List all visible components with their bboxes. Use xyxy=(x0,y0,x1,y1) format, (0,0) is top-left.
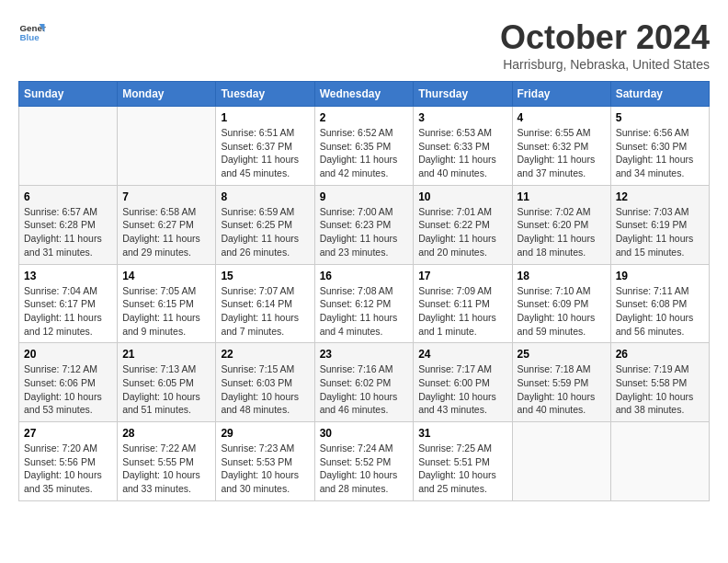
calendar-cell: 20Sunrise: 7:12 AMSunset: 6:06 PMDayligh… xyxy=(19,343,118,422)
day-info: Sunrise: 7:25 AMSunset: 5:51 PMDaylight:… xyxy=(418,442,506,496)
day-number: 15 xyxy=(221,270,309,282)
day-number: 16 xyxy=(320,270,409,282)
calendar-cell: 19Sunrise: 7:11 AMSunset: 6:08 PMDayligh… xyxy=(610,264,709,343)
day-number: 7 xyxy=(122,190,210,203)
calendar-cell: 7Sunrise: 6:58 AMSunset: 6:27 PMDaylight… xyxy=(118,185,216,264)
calendar-table: SundayMondayTuesdayWednesdayThursdayFrid… xyxy=(18,81,710,501)
calendar-cell: 6Sunrise: 6:57 AMSunset: 6:28 PMDaylight… xyxy=(19,185,118,264)
day-number: 27 xyxy=(24,427,112,440)
day-number: 24 xyxy=(418,348,506,361)
calendar-cell: 27Sunrise: 7:20 AMSunset: 5:56 PMDayligh… xyxy=(19,422,118,501)
day-number: 21 xyxy=(122,348,210,361)
calendar-cell: 11Sunrise: 7:02 AMSunset: 6:20 PMDayligh… xyxy=(512,185,610,264)
day-number: 23 xyxy=(320,348,409,361)
calendar-cell: 3Sunrise: 6:53 AMSunset: 6:33 PMDaylight… xyxy=(414,107,512,186)
day-info: Sunrise: 7:23 AMSunset: 5:53 PMDaylight:… xyxy=(221,442,309,496)
calendar-cell: 28Sunrise: 7:22 AMSunset: 5:55 PMDayligh… xyxy=(118,422,216,501)
calendar-cell: 5Sunrise: 6:56 AMSunset: 6:30 PMDaylight… xyxy=(610,107,709,186)
day-info: Sunrise: 7:18 AMSunset: 5:59 PMDaylight:… xyxy=(518,362,606,417)
calendar-cell: 4Sunrise: 6:55 AMSunset: 6:32 PMDaylight… xyxy=(512,107,610,186)
weekday-header: Thursday xyxy=(414,82,512,107)
weekday-header: Sunday xyxy=(19,82,118,107)
day-number: 29 xyxy=(221,427,309,440)
weekday-header: Friday xyxy=(512,82,610,107)
page-header: General Blue October 2024 Harrisburg, Ne… xyxy=(18,18,710,72)
calendar-week-row: 6Sunrise: 6:57 AMSunset: 6:28 PMDaylight… xyxy=(19,185,710,264)
day-number: 13 xyxy=(24,270,112,282)
day-number: 8 xyxy=(221,190,309,203)
day-info: Sunrise: 6:51 AMSunset: 6:37 PMDaylight:… xyxy=(221,126,309,180)
day-number: 2 xyxy=(320,111,409,124)
calendar-cell: 12Sunrise: 7:03 AMSunset: 6:19 PMDayligh… xyxy=(610,185,709,264)
calendar-cell xyxy=(610,422,709,501)
location: Harrisburg, Nebraska, United States xyxy=(500,57,710,72)
calendar-cell: 22Sunrise: 7:15 AMSunset: 6:03 PMDayligh… xyxy=(216,343,314,422)
calendar-cell: 14Sunrise: 7:05 AMSunset: 6:15 PMDayligh… xyxy=(118,264,216,343)
weekday-header: Wednesday xyxy=(314,82,414,107)
day-info: Sunrise: 7:05 AMSunset: 6:15 PMDaylight:… xyxy=(122,284,210,339)
day-number: 1 xyxy=(221,111,309,124)
weekday-header-row: SundayMondayTuesdayWednesdayThursdayFrid… xyxy=(19,82,710,107)
day-number: 18 xyxy=(518,270,606,282)
day-number: 14 xyxy=(122,270,210,282)
weekday-header: Saturday xyxy=(610,82,709,107)
weekday-header: Monday xyxy=(118,82,216,107)
day-number: 11 xyxy=(518,190,606,203)
calendar-cell: 18Sunrise: 7:10 AMSunset: 6:09 PMDayligh… xyxy=(512,264,610,343)
day-info: Sunrise: 7:00 AMSunset: 6:23 PMDaylight:… xyxy=(320,205,409,259)
calendar-week-row: 13Sunrise: 7:04 AMSunset: 6:17 PMDayligh… xyxy=(19,264,710,343)
day-info: Sunrise: 7:12 AMSunset: 6:06 PMDaylight:… xyxy=(24,362,112,417)
day-info: Sunrise: 7:15 AMSunset: 6:03 PMDaylight:… xyxy=(221,362,309,417)
calendar-cell xyxy=(512,422,610,501)
day-info: Sunrise: 7:17 AMSunset: 6:00 PMDaylight:… xyxy=(418,362,506,417)
calendar-cell: 13Sunrise: 7:04 AMSunset: 6:17 PMDayligh… xyxy=(19,264,118,343)
calendar-cell: 8Sunrise: 6:59 AMSunset: 6:25 PMDaylight… xyxy=(216,185,314,264)
day-info: Sunrise: 6:58 AMSunset: 6:27 PMDaylight:… xyxy=(122,205,210,259)
day-number: 17 xyxy=(418,270,506,282)
title-block: October 2024 Harrisburg, Nebraska, Unite… xyxy=(500,18,710,72)
calendar-cell: 2Sunrise: 6:52 AMSunset: 6:35 PMDaylight… xyxy=(314,107,414,186)
day-number: 19 xyxy=(616,270,704,282)
day-number: 10 xyxy=(418,190,506,203)
calendar-cell: 31Sunrise: 7:25 AMSunset: 5:51 PMDayligh… xyxy=(414,422,512,501)
day-number: 5 xyxy=(616,111,704,124)
day-info: Sunrise: 7:03 AMSunset: 6:19 PMDaylight:… xyxy=(616,205,704,259)
day-info: Sunrise: 7:07 AMSunset: 6:14 PMDaylight:… xyxy=(221,284,309,339)
day-number: 9 xyxy=(320,190,409,203)
calendar-cell: 26Sunrise: 7:19 AMSunset: 5:58 PMDayligh… xyxy=(610,343,709,422)
calendar-cell xyxy=(19,107,118,186)
weekday-header: Tuesday xyxy=(216,82,314,107)
logo: General Blue xyxy=(18,18,48,46)
calendar-cell: 17Sunrise: 7:09 AMSunset: 6:11 PMDayligh… xyxy=(414,264,512,343)
day-info: Sunrise: 7:13 AMSunset: 6:05 PMDaylight:… xyxy=(122,362,210,417)
calendar-cell: 10Sunrise: 7:01 AMSunset: 6:22 PMDayligh… xyxy=(414,185,512,264)
calendar-cell: 21Sunrise: 7:13 AMSunset: 6:05 PMDayligh… xyxy=(118,343,216,422)
logo-icon: General Blue xyxy=(18,18,46,46)
calendar-cell: 16Sunrise: 7:08 AMSunset: 6:12 PMDayligh… xyxy=(314,264,414,343)
calendar-cell xyxy=(118,107,216,186)
calendar-cell: 23Sunrise: 7:16 AMSunset: 6:02 PMDayligh… xyxy=(314,343,414,422)
calendar-cell: 30Sunrise: 7:24 AMSunset: 5:52 PMDayligh… xyxy=(314,422,414,501)
calendar-week-row: 1Sunrise: 6:51 AMSunset: 6:37 PMDaylight… xyxy=(19,107,710,186)
day-info: Sunrise: 7:20 AMSunset: 5:56 PMDaylight:… xyxy=(24,442,112,496)
day-info: Sunrise: 6:55 AMSunset: 6:32 PMDaylight:… xyxy=(518,126,606,180)
calendar-cell: 1Sunrise: 6:51 AMSunset: 6:37 PMDaylight… xyxy=(216,107,314,186)
day-info: Sunrise: 7:10 AMSunset: 6:09 PMDaylight:… xyxy=(518,284,606,339)
day-info: Sunrise: 6:53 AMSunset: 6:33 PMDaylight:… xyxy=(418,126,506,180)
day-info: Sunrise: 7:09 AMSunset: 6:11 PMDaylight:… xyxy=(418,284,506,339)
day-info: Sunrise: 7:24 AMSunset: 5:52 PMDaylight:… xyxy=(320,442,409,496)
day-info: Sunrise: 7:22 AMSunset: 5:55 PMDaylight:… xyxy=(122,442,210,496)
day-number: 26 xyxy=(616,348,704,361)
calendar-cell: 9Sunrise: 7:00 AMSunset: 6:23 PMDaylight… xyxy=(314,185,414,264)
svg-text:Blue: Blue xyxy=(20,32,40,42)
day-info: Sunrise: 6:59 AMSunset: 6:25 PMDaylight:… xyxy=(221,205,309,259)
day-number: 6 xyxy=(24,190,112,203)
day-number: 25 xyxy=(518,348,606,361)
day-number: 20 xyxy=(24,348,112,361)
day-number: 31 xyxy=(418,427,506,440)
calendar-cell: 29Sunrise: 7:23 AMSunset: 5:53 PMDayligh… xyxy=(216,422,314,501)
day-number: 22 xyxy=(221,348,309,361)
day-info: Sunrise: 7:16 AMSunset: 6:02 PMDaylight:… xyxy=(320,362,409,417)
day-info: Sunrise: 7:01 AMSunset: 6:22 PMDaylight:… xyxy=(418,205,506,259)
calendar-cell: 25Sunrise: 7:18 AMSunset: 5:59 PMDayligh… xyxy=(512,343,610,422)
